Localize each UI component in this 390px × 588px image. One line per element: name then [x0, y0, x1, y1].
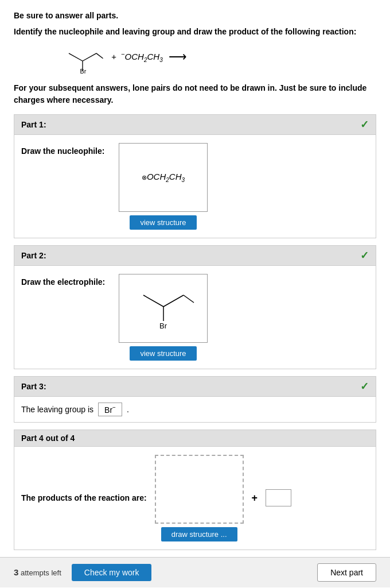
svg-text:Br: Br: [159, 322, 167, 330]
electrophile-svg: Br: [126, 283, 201, 334]
next-part-button[interactable]: Next part: [317, 563, 376, 582]
product2-box[interactable]: [266, 489, 291, 506]
leaving-group-label: The leaving group is: [21, 405, 93, 414]
reaction-arrow: ⟶: [169, 49, 186, 64]
product1-draw-area[interactable]: [155, 455, 244, 524]
main-content: Be sure to answer all parts. Identify th…: [0, 0, 390, 550]
check-my-work-button[interactable]: Check my work: [72, 564, 152, 581]
part1-header: Part 1: ✓: [14, 114, 376, 135]
svg-line-1: [83, 53, 96, 61]
part1-question-label: Draw the nucleophile:: [21, 143, 113, 156]
part1-body: Draw the nucleophile: ⊗ OCH2CH3 view str…: [14, 135, 376, 238]
part1-structure-inner: ⊗ OCH2CH3: [119, 144, 207, 211]
reaction-diagram: Br + −OCH2CH3 ⟶: [60, 45, 376, 74]
part3-checkmark: ✓: [360, 380, 369, 393]
products-row: The products of the reaction are: draw s…: [21, 455, 369, 541]
product1-container: draw structure ...: [155, 455, 244, 541]
part1-row: Draw the nucleophile: ⊗ OCH2CH3 view str…: [21, 143, 369, 230]
part1-label: Part 1:: [21, 120, 46, 129]
part1-view-structure-button[interactable]: view structure: [130, 215, 196, 230]
part2-body: Draw the electrophile:: [14, 266, 376, 369]
svg-text:Br: Br: [80, 68, 87, 74]
part2-label: Part 2:: [21, 251, 46, 260]
attempts-number: 3: [14, 567, 18, 577]
part3-header: Part 3: ✓: [14, 376, 376, 397]
alkyl-halide-molecule: Br: [60, 45, 106, 74]
plus-sign: +: [252, 492, 258, 504]
note-text: For your subsequent answers, lone pairs …: [14, 82, 376, 106]
part2-checkmark: ✓: [360, 249, 369, 262]
nucleophile-text: OCH2CH3: [147, 172, 185, 183]
part2-structure-inner: Br: [119, 274, 207, 342]
part2-header: Part 2: ✓: [14, 245, 376, 266]
instruction-line1: Be sure to answer all parts.: [14, 10, 376, 22]
part3-label: Part 3:: [21, 382, 46, 391]
products-label: The products of the reaction are:: [21, 493, 147, 502]
nucleophile-formula: ⊗ OCH2CH3: [142, 172, 185, 183]
draw-structure-button[interactable]: draw structure ...: [161, 527, 237, 541]
reagent-text: + −OCH2CH3: [111, 51, 163, 63]
part2-view-structure-button[interactable]: view structure: [130, 346, 196, 361]
leaving-group-value: Br−: [98, 403, 122, 416]
attempts-text: attempts left: [21, 568, 61, 577]
svg-line-6: [163, 295, 184, 307]
svg-line-2: [96, 53, 103, 59]
part1-structure-area: ⊗ OCH2CH3 view structure: [119, 143, 208, 230]
part2-question-label: Draw the electrophile:: [21, 274, 113, 287]
instruction-line2: Identify the nucleophile and leaving gro…: [14, 26, 376, 38]
part2-row: Draw the electrophile:: [21, 274, 369, 361]
leaving-group-row: The leaving group is Br− .: [21, 403, 369, 416]
negative-charge-symbol: ⊗: [142, 172, 147, 182]
part2-structure-box: Br: [119, 274, 208, 343]
alkyl-halide-svg: Br: [60, 45, 106, 74]
part4-label: Part 4 out of 4: [21, 434, 75, 443]
part1-structure-box: ⊗ OCH2CH3: [119, 143, 208, 212]
part4-header: Part 4 out of 4: [14, 430, 376, 447]
leaving-group-period: .: [127, 405, 129, 414]
svg-line-7: [184, 295, 194, 303]
attempts-label: 3 attempts left: [14, 567, 61, 577]
part1-checkmark: ✓: [360, 118, 369, 131]
part4-body: The products of the reaction are: draw s…: [14, 447, 376, 550]
part3-body: The leaving group is Br− .: [14, 397, 376, 423]
bottom-bar: 3 attempts left Check my work Next part: [0, 557, 390, 587]
part2-structure-area: Br view structure: [119, 274, 208, 361]
svg-line-5: [143, 295, 163, 307]
svg-line-0: [69, 53, 83, 61]
